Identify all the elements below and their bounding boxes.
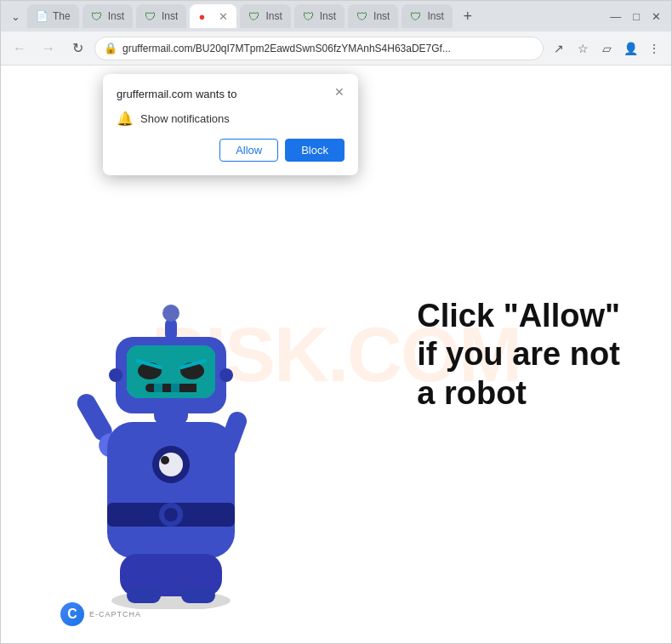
robot-illustration [52, 252, 290, 592]
svg-point-11 [161, 456, 169, 464]
tab2-label: Inst [108, 10, 124, 22]
address-text: gruffermail.com/BU20qI7MTpm2EawdSwnS06fz… [122, 43, 534, 54]
menu-button[interactable]: ⋮ [644, 38, 664, 59]
robot-cta-text: Click "Allow" if you are not a robot [417, 296, 620, 413]
tab8-label: Inst [427, 10, 443, 22]
back-button[interactable]: ← [8, 37, 31, 60]
browser-tab-1[interactable]: 📄 The [27, 4, 79, 28]
popup-actions: Allow Block [117, 139, 345, 162]
svg-rect-23 [171, 384, 179, 392]
browser-tab-6[interactable]: 🛡 Inst [294, 4, 345, 28]
browser-tab-2[interactable]: 🛡 Inst [83, 4, 133, 28]
tab1-favicon: 📄 [36, 10, 48, 22]
forward-button[interactable]: → [37, 37, 60, 60]
ecaptcha-logo: C [60, 602, 84, 626]
svg-rect-29 [127, 588, 161, 603]
tab4-favicon: ● [198, 10, 210, 22]
ecaptcha-badge: C E-CAPTCHA [60, 602, 141, 626]
tab5-label: Inst [265, 10, 282, 22]
browser-tab-5[interactable]: 🛡 Inst [240, 4, 290, 28]
tab1-label: The [53, 10, 71, 22]
svg-point-26 [219, 368, 233, 382]
tab-list-chevron[interactable]: ⌄ [8, 9, 24, 25]
svg-point-8 [164, 508, 178, 521]
tab7-label: Inst [373, 10, 390, 22]
lock-icon: 🔒 [104, 42, 117, 54]
robot-text-line1: Click "Allow" [417, 296, 620, 335]
tab6-label: Inst [320, 10, 336, 22]
svg-point-28 [162, 305, 179, 322]
block-button[interactable]: Block [285, 139, 345, 162]
svg-point-25 [109, 368, 122, 382]
sidebar-button[interactable]: ▱ [596, 38, 617, 59]
profile-button[interactable]: 👤 [620, 38, 641, 59]
bookmark-button[interactable]: ☆ [572, 38, 593, 59]
tab2-favicon: 🛡 [91, 10, 103, 22]
tab3-favicon: 🛡 [145, 10, 157, 22]
svg-rect-24 [188, 384, 196, 392]
robot-text-line2: if you are not [417, 335, 620, 374]
share-button[interactable]: ↗ [549, 38, 569, 59]
svg-rect-22 [154, 384, 162, 392]
popup-header: gruffermail.com wants to ✕ [117, 88, 345, 100]
popup-notification-item: 🔔 Show notifications [117, 111, 345, 127]
permission-popup: gruffermail.com wants to ✕ 🔔 Show notifi… [103, 74, 358, 175]
minimize-button[interactable]: — [607, 9, 624, 25]
svg-point-10 [159, 453, 183, 476]
new-tab-button[interactable]: + [456, 4, 480, 28]
tab8-favicon: 🛡 [410, 10, 422, 22]
tab-close-button[interactable]: ✕ [219, 10, 228, 23]
window-controls: — □ ✕ [607, 9, 664, 25]
reload-button[interactable]: ↻ [65, 37, 89, 60]
browser-tab-8[interactable]: 🛡 Inst [401, 4, 452, 28]
svg-rect-30 [181, 588, 215, 603]
popup-close-button[interactable]: ✕ [334, 86, 345, 98]
browser-tab-active[interactable]: ● ✕ [190, 4, 236, 28]
close-button[interactable]: ✕ [648, 9, 664, 25]
browser-tab-7[interactable]: 🛡 Inst [348, 4, 398, 28]
nav-bar: ← → ↻ 🔒 gruffermail.com/BU20qI7MTpm2Eawd… [1, 31, 671, 66]
tab3-label: Inst [162, 10, 178, 22]
tab5-favicon: 🛡 [248, 10, 260, 22]
popup-notification-text: Show notifications [140, 112, 230, 125]
tab6-favicon: 🛡 [303, 10, 315, 22]
nav-action-buttons: ↗ ☆ ▱ 👤 ⋮ [549, 38, 664, 59]
svg-rect-5 [107, 422, 235, 558]
bell-icon: 🔔 [117, 111, 134, 127]
address-bar[interactable]: 🔒 gruffermail.com/BU20qI7MTpm2EawdSwnS06… [94, 37, 544, 60]
maximize-button[interactable]: □ [629, 9, 643, 25]
page-content: RISK.COM [1, 66, 671, 643]
ecaptcha-label: E-CAPTCHA [89, 610, 141, 618]
allow-button[interactable]: Allow [219, 139, 278, 162]
browser-frame: ⌄ 📄 The 🛡 Inst 🛡 Inst ● ✕ 🛡 Inst 🛡 [0, 0, 672, 644]
title-bar: ⌄ 📄 The 🛡 Inst 🛡 Inst ● ✕ 🛡 Inst 🛡 [1, 1, 671, 31]
tab7-favicon: 🛡 [356, 10, 368, 22]
robot-text-line3: a robot [417, 373, 620, 413]
browser-tab-3[interactable]: 🛡 Inst [136, 4, 186, 28]
popup-title: gruffermail.com wants to [117, 88, 236, 100]
